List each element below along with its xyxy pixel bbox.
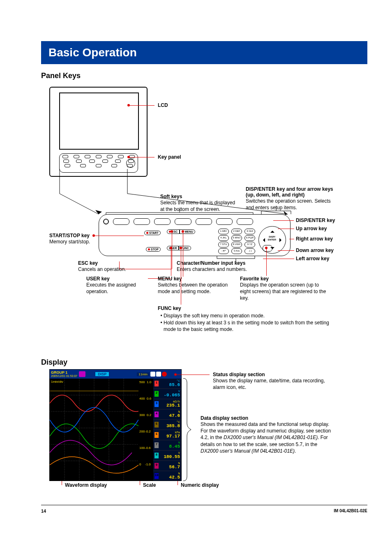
label-lcd: LCD [158, 102, 168, 108]
label-data-desc: Shows the measured data and the function… [201, 421, 336, 454]
display-screenshot: GROUP 1 2005/12/01 01:53:07 DISP 11min 1… [49, 369, 182, 481]
label-scale: Scale [143, 482, 156, 488]
label-menu-desc: Switches between the operation mode and … [158, 282, 236, 295]
section-panel-keys: Panel Keys [41, 72, 367, 80]
num-key[interactable]: 8 VWX [231, 242, 242, 247]
label-menu-title: MENU key [158, 276, 182, 282]
scale-area: 500 400 300 200 100 0 1.0 0.6 0.2 -0.2 -… [138, 379, 153, 481]
status-bar: GROUP 1 2005/12/01 01:53:07 DISP 11min [50, 370, 181, 379]
favorite-key[interactable] [263, 245, 272, 252]
numeric-row: 6kPa97.17 [153, 430, 181, 440]
numeric-area: 1°C85.62V-0.0653m3/h235.14%47.65°C385.86… [153, 379, 181, 481]
num-key[interactable]: 0 A/a [231, 248, 242, 254]
status-icon [150, 372, 155, 377]
num-key[interactable]: - #/* [218, 248, 229, 254]
numeric-row: 9%56.7 [153, 461, 181, 471]
label-esc-title: ESC key [78, 260, 98, 266]
label-fav-desc: Displays the operation screen (up to eig… [240, 282, 330, 302]
keypanel-enlarged: START ESC MENU STOP USER FUNC 1 ABC 2 DE… [99, 214, 291, 256]
label-right-arrow: Right arrow key [296, 236, 333, 242]
label-softkeys-title: Soft keys [160, 194, 182, 199]
numeric-row: 8V180.55 [153, 451, 181, 461]
page-title: Basic Operation [41, 41, 367, 64]
num-key[interactable]: . ( ) [244, 248, 255, 254]
svg-marker-4 [95, 210, 102, 214]
label-left-arrow: Left arrow key [296, 256, 329, 261]
label-dispenter-block-desc: Switches the operation screen. Selects a… [246, 198, 336, 211]
device-outline [49, 87, 148, 177]
section-display: Display [41, 358, 367, 367]
label-esc-desc: Cancels an operation. [78, 266, 126, 273]
num-key[interactable]: 7 STU [218, 242, 229, 247]
label-user-title: USER key [86, 276, 110, 282]
stop-key[interactable]: STOP [146, 247, 161, 252]
label-func-b2: Hold down this key at least 3 s in the s… [164, 319, 336, 333]
label-user-desc: Executes the assigned operation. [86, 282, 152, 295]
soft-key[interactable] [237, 218, 253, 225]
label-dispenter-key: DISP/ENTER key [296, 217, 335, 223]
doc-id: IM 04L42B01-02E [334, 509, 367, 513]
numeric-row: 4%47.6 [153, 409, 181, 420]
numeric-row: 7%8.45 [153, 440, 181, 451]
label-status-desc: Shows the display name, date/time, data … [213, 377, 336, 391]
num-key[interactable]: 2 DEF [231, 229, 242, 234]
num-key[interactable]: 5 MNO [231, 235, 242, 241]
status-icon [156, 372, 161, 377]
disp-enter-key[interactable]: DISP/ENTER [266, 236, 278, 244]
label-fav-title: Favorite key [240, 276, 269, 282]
status-rate: 11min [137, 372, 149, 376]
label-func-title: FUNC key [158, 305, 181, 311]
numeric-row: 3m3/h235.1 [153, 399, 181, 409]
label-down-arrow: Down arrow key [296, 247, 334, 253]
label-status-title: Status display section [213, 372, 265, 377]
num-key[interactable]: 4 JKL [218, 235, 229, 241]
soft-key[interactable] [154, 218, 171, 225]
page-number: 14 [41, 509, 46, 513]
num-key[interactable]: 3 GHI [244, 229, 255, 234]
start-key[interactable]: START [144, 231, 161, 235]
status-icon [79, 371, 85, 377]
alarm-icon [162, 372, 167, 377]
label-dispenter-block-title: DISP/ENTER key and four arrow keys (up, … [246, 186, 340, 198]
label-func-b1: Displays the soft key menu in operation … [164, 312, 336, 319]
numeric-row: 5°C385.8 [153, 420, 181, 430]
num-key[interactable]: 1 ABC [218, 229, 229, 234]
label-startstop-title: START/STOP key [49, 233, 90, 238]
label-startstop-desc: Memory start/stop. [49, 238, 90, 245]
status-datetime: 2005/12/01 01:53:07 [50, 375, 77, 377]
device-lcd [59, 92, 139, 150]
status-mode: DISP [95, 372, 109, 376]
label-charnum-desc: Enters characters and numbers. [177, 266, 247, 273]
arrow-left-icon[interactable] [261, 238, 265, 242]
arrow-right-icon[interactable] [279, 238, 284, 242]
numeric-row: 10%42.5 [153, 471, 181, 481]
waveform-area: 1min/div [50, 379, 138, 481]
soft-key[interactable] [216, 218, 233, 225]
div-label: 1min/div [51, 380, 63, 384]
num-key[interactable]: 9 YZ [244, 242, 255, 247]
numeric-row: 1°C85.6 [153, 379, 181, 389]
soft-key[interactable] [113, 218, 129, 225]
label-charnum-title: Character/Number input keys [177, 260, 245, 266]
label-softkeys-desc: Selects the menu that is displayed at th… [160, 199, 238, 213]
footer-rule [41, 505, 367, 505]
label-numeric: Numeric display [181, 482, 219, 488]
esc-key[interactable]: ESC [167, 229, 180, 234]
gear-icon [103, 219, 109, 224]
svg-line-1 [60, 194, 99, 214]
label-waveform: Waveform display [65, 482, 107, 488]
numpad: 1 ABC 2 DEF 3 GHI 4 JKL 5 MNO 6 PQR 7 ST… [218, 229, 255, 254]
soft-key[interactable] [196, 218, 212, 225]
status-group: GROUP 1 [50, 371, 77, 375]
num-key[interactable]: 6 PQR [244, 235, 255, 241]
soft-key[interactable] [134, 218, 150, 225]
device-keypanel-mini [59, 153, 138, 173]
arrow-up-icon[interactable] [270, 229, 274, 233]
figure-panel-keys: LCD Key panel [41, 83, 367, 354]
soft-key[interactable] [175, 218, 191, 225]
figure-display: GROUP 1 2005/12/01 01:53:07 DISP 11min 1… [41, 369, 367, 493]
label-keypanel: Key panel [158, 154, 181, 160]
label-up-arrow: Up arrow key [296, 226, 327, 231]
user-key[interactable]: USER [167, 246, 179, 250]
numeric-row: 2V-0.065 [153, 389, 181, 399]
